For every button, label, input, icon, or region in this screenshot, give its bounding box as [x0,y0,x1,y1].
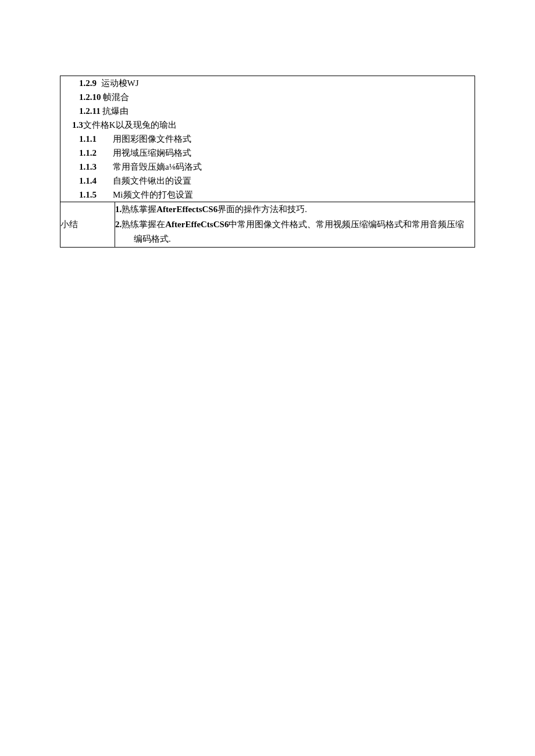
document-table: 1.2.9 运动梭WJ 1.2.10 帧混合 1.2.11 抗爆由 1.3文件格… [60,76,475,248]
toc-line-13: 1.3文件格K以及现兔的瑜出 [60,118,475,132]
toc-subitem: 1.1.1 用图彩图像文件格式 [79,132,475,146]
toc-num: 1.1.4 [79,174,113,188]
summary-text: 编码格式. [134,234,171,243]
toc-text: Mi频文件的打包设置 [113,188,475,202]
toc-sublist: 1.1.1 用图彩图像文件格式 1.1.2 用视域压缩娴码格式 1.1.3 常用… [60,132,475,202]
summary-text: 界面的操作方法和技巧. [217,205,307,214]
summary-prefix: 2. [115,220,122,229]
toc-text: 用视域压缩娴码格式 [113,146,475,160]
toc-text: 用图彩图像文件格式 [113,132,475,146]
summary-item-1: 1.熟练掌握AfterEffectsCS6界面的操作方法和技巧. [115,202,475,217]
toc-subitem: 1.1.5 Mi频文件的打包设置 [79,188,475,202]
toc-subitem: 1.1.3 常用音毁压嫡a⅛码洛式 [79,160,475,174]
summary-label: 小结 [60,220,78,229]
toc-num: 1.2.9 [79,78,97,88]
toc-num: 1.1.2 [79,146,113,160]
toc-num: 1.1.5 [79,188,113,202]
toc-cell: 1.2.9 运动梭WJ 1.2.10 帧混合 1.2.11 抗爆由 1.3文件格… [60,76,475,202]
summary-row: 小结 1.熟练掌握AfterEffectsCS6界面的操作方法和技巧. 2.熟练… [60,202,475,248]
summary-content-cell: 1.熟练掌握AfterEffectsCS6界面的操作方法和技巧. 2.熟练掌握在… [115,202,475,248]
toc-num: 1.1.3 [79,160,113,174]
summary-label-cell: 小结 [60,202,115,248]
summary-bold: AfterEffeCtsCS6 [165,220,229,229]
toc-text: 自频文件锹出的设置 [113,174,475,188]
toc-text: 运动梭WJ [101,78,139,88]
toc-text: 帧混合 [103,92,129,102]
summary-item-2-cont: 编码格式. [115,232,475,247]
toc-subitem: 1.1.4 自频文件锹出的设置 [79,174,475,188]
summary-item-2: 2.熟练掌握在AfterEffeCtsCS6中常用图像文件格式、常用视频压缩编码… [115,217,475,232]
toc-text: 常用音毁压嫡a⅛码洛式 [113,160,475,174]
summary-text: 熟练掌握 [122,205,156,214]
summary-text: 中常用图像文件格式、常用视频压缩编码格式和常用音频压缩 [229,220,464,229]
toc-text: 抗爆由 [102,106,129,116]
toc-subitem: 1.1.2 用视域压缩娴码格式 [79,146,475,160]
toc-line-1211: 1.2.11 抗爆由 [60,104,475,118]
summary-text: 熟练掌握在 [122,220,165,229]
summary-bold: AfterEffectsCS6 [156,205,217,214]
toc-line-129: 1.2.9 运动梭WJ [60,76,475,90]
toc-text: 文件格K以及现兔的瑜出 [83,120,177,130]
toc-num: 1.2.10 [79,92,101,102]
toc-num: 1.1.1 [79,132,113,146]
toc-line-1210: 1.2.10 帧混合 [60,90,475,104]
toc-num: 1.2.11 [79,106,101,116]
summary-prefix: 1. [115,205,122,214]
toc-num: 1.3 [72,120,83,130]
